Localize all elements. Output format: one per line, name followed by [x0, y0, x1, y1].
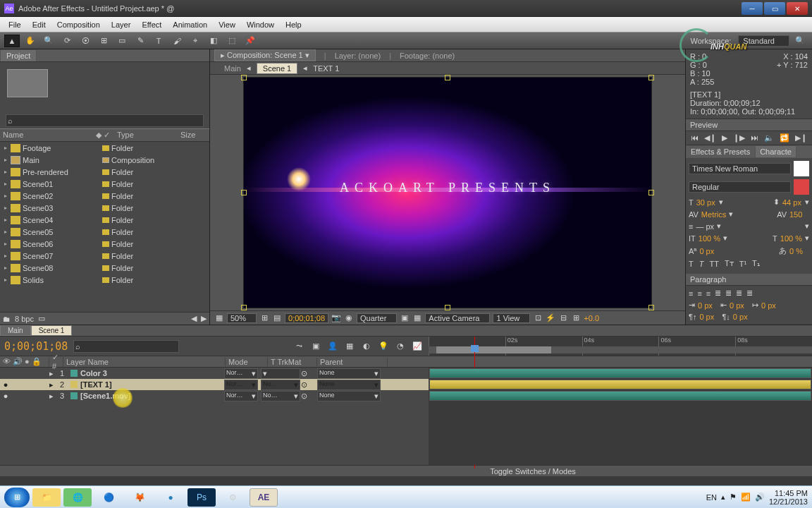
vscale-value[interactable]: 100 % [699, 234, 720, 243]
tool-selection[interactable]: ▲ [4, 35, 20, 47]
justify-center[interactable]: ≣ [725, 289, 732, 298]
tray-clock[interactable]: 11:45 PM 12/21/2013 [769, 489, 808, 506]
fast-preview-icon[interactable]: ⚡ [546, 313, 555, 323]
prev-frame-icon[interactable]: ◀❙ [704, 133, 716, 143]
next-frame-icon[interactable]: ❙▶ [733, 133, 745, 143]
layer-bar-2[interactable] [429, 380, 811, 389]
justify-right[interactable]: ≣ [736, 289, 742, 298]
menu-file[interactable]: File [3, 20, 27, 29]
roi-icon[interactable]: ▣ [400, 313, 410, 323]
paragraph-tab[interactable]: Paragraph [690, 275, 726, 284]
menu-help[interactable]: Help [280, 20, 307, 29]
all-caps[interactable]: TT [709, 260, 718, 268]
font-size-value[interactable]: 30 px [696, 198, 716, 207]
taskbar-ps[interactable]: Ps [187, 488, 216, 507]
project-item[interactable]: ▸SolidsFolder [0, 274, 209, 286]
timeline-search[interactable]: ⌕ [73, 340, 179, 353]
frame-blend-icon[interactable]: ▦ [343, 339, 357, 353]
tool-rect[interactable]: ▭ [114, 35, 130, 47]
tracking-value[interactable]: 150 [789, 210, 809, 219]
tool-pan-behind[interactable]: ⊞ [96, 35, 111, 47]
project-list[interactable]: ▸FootageFolder▸MainComposition▸Pre-rende… [0, 142, 209, 312]
views-dropdown[interactable]: 1 View [493, 313, 530, 323]
stroke-color-swatch[interactable] [794, 179, 809, 195]
justify-all[interactable]: ≣ [746, 289, 753, 298]
window-close[interactable]: ✕ [787, 2, 808, 15]
timeline-layer-row[interactable]: ●▸3[Scene1.mov]Nor…▾No…▾⊙None▾ [0, 390, 429, 401]
preview-tab[interactable]: Preview [690, 121, 718, 129]
baseline-value[interactable]: 0 px [699, 247, 719, 255]
snapshot-icon[interactable]: 📷 [331, 313, 341, 323]
grid-icon[interactable]: ▤ [272, 313, 282, 323]
layer-bars[interactable] [429, 368, 812, 465]
fill-color-swatch[interactable] [794, 161, 809, 176]
bpc-toggle[interactable]: 8 bpc [15, 315, 34, 323]
taskbar-app3[interactable]: ⚙ [219, 488, 247, 507]
faux-italic[interactable]: T [699, 260, 704, 268]
align-left[interactable]: ≡ [689, 289, 693, 298]
hscale-value[interactable]: 100 % [780, 234, 802, 243]
alpha-icon[interactable]: ▦ [214, 313, 224, 323]
timeline-tab-main[interactable]: Main [0, 325, 31, 336]
project-item[interactable]: ▸Scene04Folder [0, 214, 209, 226]
tool-camera[interactable]: ⦿ [78, 35, 93, 47]
project-item[interactable]: ▸FootageFolder [0, 142, 209, 154]
project-search[interactable]: ⌕ [6, 114, 204, 127]
taskbar-ae[interactable]: AE [250, 488, 278, 507]
subscript[interactable]: T₁ [752, 259, 760, 268]
timeline-layer-row[interactable]: ●▸2[TEXT 1]Nor…▾No…▾⊙None▾ [0, 379, 429, 390]
project-tab[interactable]: Project [0, 49, 37, 61]
last-frame-icon[interactable]: ⏭ [751, 133, 758, 143]
interpret-icon[interactable]: 🖿 [3, 315, 11, 323]
resolution-dropdown[interactable]: Quarter [357, 313, 397, 323]
font-family-dropdown[interactable]: Times New Roman [689, 163, 791, 174]
project-item[interactable]: ▸Pre-renderedFolder [0, 166, 209, 178]
composition-tab[interactable]: ▸ Composition: Scene 1 ▾ [214, 49, 316, 61]
layer-bar-3[interactable] [429, 391, 811, 401]
flowchart-icon[interactable]: ⊞ [571, 313, 581, 323]
brainstorm-icon[interactable]: 💡 [376, 339, 390, 353]
crumb-scene[interactable]: Scene 1 [257, 63, 297, 74]
font-style-dropdown[interactable]: Regular [689, 181, 791, 193]
tool-roto[interactable]: ⬚ [224, 35, 240, 47]
shy-icon[interactable]: 👤 [326, 339, 340, 353]
taskbar-firefox[interactable]: 🦊 [125, 488, 154, 507]
workspace-dropdown[interactable]: Standard [738, 35, 789, 47]
tray-lang[interactable]: EN [706, 493, 717, 502]
small-caps[interactable]: Tᴛ [725, 259, 734, 268]
play-icon[interactable]: ▶ [722, 133, 727, 143]
project-item[interactable]: ▸Scene08Folder [0, 262, 209, 274]
tool-pen[interactable]: ✎ [133, 35, 148, 47]
align-center[interactable]: ≡ [697, 289, 701, 298]
loop-icon[interactable]: 🔁 [780, 133, 789, 143]
comp-mini-flowchart-icon[interactable]: ⤳ [292, 339, 306, 353]
first-frame-icon[interactable]: ⏮ [691, 133, 699, 143]
layer-list[interactable]: ▸1Color 3Nor…▾▾⊙None▾●▸2[TEXT 1]Nor…▾No…… [0, 368, 429, 465]
taskbar-app1[interactable]: 🌐 [63, 488, 92, 507]
crumb-text[interactable]: TEXT 1 [313, 64, 339, 73]
taskbar-chrome[interactable]: 🔵 [94, 488, 123, 507]
pixel-aspect-icon[interactable]: ⊡ [533, 313, 543, 323]
window-minimize[interactable]: ─ [742, 2, 763, 15]
tool-text[interactable]: T [151, 35, 166, 47]
justify-left[interactable]: ≣ [715, 289, 721, 298]
tool-hand[interactable]: ✋ [23, 35, 38, 47]
new-folder-icon[interactable]: ▭ [38, 314, 45, 323]
project-item[interactable]: ▸Scene06Folder [0, 238, 209, 250]
timeline-tab-scene[interactable]: Scene 1 [31, 325, 73, 336]
exposure-value[interactable]: +0.0 [584, 314, 599, 322]
menu-animation[interactable]: Animation [167, 20, 213, 29]
zoom-dropdown[interactable]: 50% [227, 313, 257, 323]
faux-bold[interactable]: T [689, 260, 694, 268]
motion-blur-icon[interactable]: ◐ [359, 339, 374, 353]
leading-value[interactable]: 44 px [782, 198, 802, 207]
tray-up-icon[interactable]: ▴ [721, 492, 725, 502]
timeline-layer-row[interactable]: ▸1Color 3Nor…▾▾⊙None▾ [0, 368, 429, 379]
search-help-icon[interactable]: 🔍 [792, 35, 808, 47]
scroll-right-icon[interactable]: ▶ [201, 314, 207, 323]
superscript[interactable]: T¹ [739, 260, 746, 268]
tsume-value[interactable]: 0 % [789, 247, 809, 255]
auto-keyframe-icon[interactable]: ◔ [393, 339, 407, 353]
scroll-left-icon[interactable]: ◀ [191, 314, 197, 323]
tool-eraser[interactable]: ◧ [206, 35, 221, 47]
